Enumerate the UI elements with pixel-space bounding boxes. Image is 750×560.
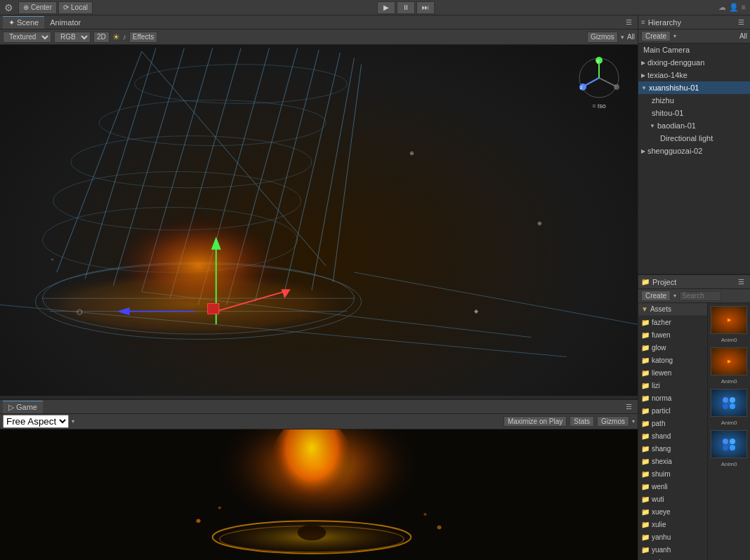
play-button[interactable]: ▶ <box>377 1 395 14</box>
step-button[interactable]: ⏭ <box>416 1 435 14</box>
h-item-dixing[interactable]: ▶ dixing-dengguan <box>638 56 750 69</box>
right-toolbar-buttons: ☁ 👤 ≡ <box>718 3 750 12</box>
display-mode-select[interactable]: Textured <box>3 32 51 43</box>
p-item-liewen[interactable]: 📁liewen <box>638 366 707 379</box>
cloud-icon[interactable]: ☁ <box>718 3 726 12</box>
gizmos-btn[interactable]: Gizmos <box>587 32 618 43</box>
p-item-norma[interactable]: 📁norma <box>638 392 707 404</box>
hierarchy-collapse-btn[interactable]: ☰ <box>735 18 747 26</box>
maximize-on-play-btn[interactable]: Maximize on Play <box>504 416 567 427</box>
folder-icon: 📁 <box>641 369 650 377</box>
play-controls: ▶ ⏸ ⏭ <box>93 1 718 14</box>
scene-gizmo[interactable]: y z ≡ Iso <box>574 55 624 112</box>
p-item-path[interactable]: 📁path <box>638 417 707 429</box>
hierarchy-list: Main Camera ▶ dixing-dengguan ▶ texiao-1… <box>638 44 750 274</box>
hierarchy-create-btn[interactable]: Create <box>641 31 671 41</box>
2d-toggle-btn[interactable]: 2D <box>93 32 110 43</box>
folder-icon: 📁 <box>641 407 650 415</box>
p-item-shang[interactable]: 📁shang <box>638 442 707 455</box>
h-item-baodian[interactable]: ▼ baodian-01 <box>638 119 750 132</box>
effects-btn[interactable]: Effects <box>129 32 157 43</box>
hierarchy-all-label: All <box>739 32 747 40</box>
h-item-zhizhu[interactable]: zhizhu <box>638 94 750 107</box>
assets-root-item[interactable]: ▼ Assets <box>638 303 707 316</box>
pivot-local-btn[interactable]: ⟳ Local <box>58 1 93 14</box>
p-item-yanhu[interactable]: 📁yanhu <box>638 531 707 543</box>
hierarchy-toolbar: Create ▾ All <box>638 29 750 44</box>
blue-dot-4 <box>730 404 735 409</box>
game-collapse-btn[interactable]: ☰ <box>623 403 635 411</box>
p-item-zabo[interactable]: 📁zabo <box>638 556 707 560</box>
p-item-shexia[interactable]: 📁shexia <box>638 455 707 467</box>
svg-point-50 <box>218 507 221 509</box>
folder-icon: 📁 <box>641 470 650 478</box>
project-collapse-btn[interactable]: ☰ <box>735 278 747 286</box>
scene-collapse-btn[interactable]: ☰ <box>623 18 635 26</box>
layers-icon[interactable]: ≡ <box>742 3 746 12</box>
asset-thumb-2[interactable]: ▶ <box>711 347 747 375</box>
svg-point-52 <box>437 526 441 530</box>
iso-label: Iso <box>598 102 606 109</box>
p-item-glow[interactable]: 📁glow <box>638 341 707 354</box>
asset-thumb-3[interactable] <box>711 389 747 417</box>
p-item-yuanh[interactable]: 📁yuanh <box>638 543 707 556</box>
h-item-texiao[interactable]: ▶ texiao-14ke <box>638 69 750 81</box>
p-item-xulie[interactable]: 📁xulie <box>638 518 707 531</box>
gizmo-widget: y z <box>577 55 622 101</box>
p-item-fazher[interactable]: 📁fazher <box>638 316 707 328</box>
color-mode-select[interactable]: RGB <box>54 32 91 43</box>
tab-scene[interactable]: ✦ Scene <box>3 16 44 29</box>
p-item-katong[interactable]: 📁katong <box>638 354 707 366</box>
p-item-particl[interactable]: 📁particl <box>638 404 707 417</box>
tab-animator[interactable]: Animator <box>44 17 86 28</box>
h-item-directional-light[interactable]: Directional light <box>638 132 750 145</box>
h-item-shitou[interactable]: shitou-01 <box>638 107 750 119</box>
project-search-input[interactable] <box>679 291 721 301</box>
blue-asset-dots4 <box>723 445 735 451</box>
p-item-xueye[interactable]: 📁xueye <box>638 505 707 518</box>
h-arrow: ▼ <box>641 85 647 91</box>
project-toolbar: Create ▾ <box>638 289 750 303</box>
scene-panel-header: ✦ Scene Animator ☰ <box>0 15 638 29</box>
game-scene-svg <box>0 429 638 560</box>
iso-toggle[interactable]: ≡ Iso <box>592 102 605 109</box>
svg-point-48 <box>298 525 326 540</box>
scene-viewport[interactable]: y z ≡ Iso ⊕ ⊕ <box>0 45 638 396</box>
iso-icon: ≡ <box>592 102 596 109</box>
asset-label-1: Anim0 <box>721 337 737 343</box>
folder-icon: 📁 <box>641 508 650 516</box>
audio-icon[interactable]: ♪ <box>123 33 126 41</box>
h-arrow: ▶ <box>641 148 645 154</box>
game-viewport[interactable] <box>0 429 638 560</box>
asset-thumb-4[interactable] <box>711 430 747 458</box>
asset-label-4: Anim0 <box>721 461 737 467</box>
p-item-wenli[interactable]: 📁wenli <box>638 480 707 493</box>
folder-icon: 📁 <box>641 331 650 339</box>
h-item-shengguozai[interactable]: ▶ shengguozai-02 <box>638 145 750 157</box>
p-item-fuwen[interactable]: 📁fuwen <box>638 328 707 341</box>
particle-sprite-5: ⬡ <box>77 308 83 316</box>
pause-button[interactable]: ⏸ <box>397 1 415 14</box>
p-item-lizi[interactable]: 📁lizi <box>638 379 707 392</box>
p-item-wuti[interactable]: 📁wuti <box>638 493 707 505</box>
account-icon[interactable]: 👤 <box>729 3 739 12</box>
tab-game[interactable]: ▷ Game <box>3 401 43 413</box>
project-title: Project <box>652 278 676 286</box>
h-item-main-camera[interactable]: Main Camera <box>638 44 750 56</box>
p-item-shand[interactable]: 📁shand <box>638 429 707 442</box>
p-item-shuim[interactable]: 📁shuim <box>638 467 707 480</box>
project-create-btn[interactable]: Create <box>641 291 671 301</box>
game-gizmos-btn[interactable]: Gizmos <box>597 416 629 427</box>
left-panel: ✦ Scene Animator ☰ Textured RGB 2D ☀ ♪ <box>0 15 638 560</box>
svg-line-37 <box>584 78 599 86</box>
asset-thumb-1[interactable]: ▶ <box>711 306 747 334</box>
stats-btn[interactable]: Stats <box>570 416 594 427</box>
h-item-xuanshishu[interactable]: ▼ xuanshishu-01 <box>638 81 750 94</box>
pivot-center-btn[interactable]: ⊕ Center <box>18 1 57 14</box>
hierarchy-title: Hierarchy <box>648 18 681 27</box>
assets-folder-icon: ▼ <box>641 305 648 313</box>
aspect-ratio-select[interactable]: Free Aspect <box>3 415 69 428</box>
sun-icon[interactable]: ☀ <box>112 32 120 42</box>
particle-sprite-2: ⊕ <box>537 220 542 227</box>
all-layers-label: All <box>627 33 635 41</box>
